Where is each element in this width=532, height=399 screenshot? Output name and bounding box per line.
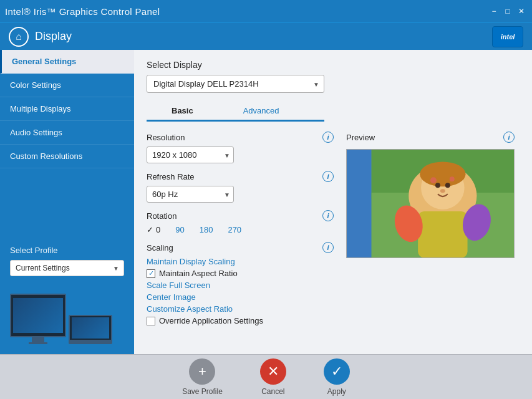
sidebar: General Settings Color Settings Multiple… xyxy=(0,50,134,354)
resolution-section: Resolution i 1920 x 1080 1280 x 1024 102… xyxy=(147,132,334,163)
scaling-info-icon[interactable]: i xyxy=(322,242,334,253)
sidebar-item-custom-resolutions[interactable]: Custom Resolutions xyxy=(0,145,134,168)
laptop-display-icon xyxy=(69,315,112,344)
home-icon[interactable]: ⌂ xyxy=(9,27,29,47)
save-profile-button[interactable]: + Save Profile xyxy=(182,358,223,396)
display-select[interactable]: Digital Display DELL P2314H xyxy=(147,75,324,93)
rotation-90[interactable]: 90 xyxy=(175,225,184,234)
select-display-label: Select Display xyxy=(147,60,520,70)
display-select-wrapper: Digital Display DELL P2314H ▼ xyxy=(147,75,324,93)
override-app-label: Override Application Settings xyxy=(159,316,263,325)
content-area: Select Display Digital Display DELL P231… xyxy=(134,50,532,354)
profile-select-wrapper: Current Settings ▼ xyxy=(10,260,124,276)
override-app-checkbox[interactable] xyxy=(147,317,155,325)
resolution-label-row: Resolution i xyxy=(147,132,334,143)
content-columns: Resolution i 1920 x 1080 1280 x 1024 102… xyxy=(147,132,520,333)
sidebar-item-color-settings[interactable]: Color Settings xyxy=(0,74,134,97)
cancel-icon: ✕ xyxy=(260,358,286,385)
rotation-info-icon[interactable]: i xyxy=(322,210,334,221)
rotation-180[interactable]: 180 xyxy=(200,225,213,234)
rotation-label: Rotation xyxy=(147,211,177,221)
restore-button[interactable]: □ xyxy=(502,6,513,17)
sidebar-item-audio-settings[interactable]: Audio Settings xyxy=(0,121,134,145)
scale-full-screen-link[interactable]: Scale Full Screen xyxy=(147,281,334,290)
svg-point-12 xyxy=(440,189,445,193)
refresh-rate-select-wrapper: 60p Hz 30p Hz ▼ xyxy=(147,186,234,203)
cancel-label: Cancel xyxy=(261,387,284,396)
laptop-screen xyxy=(69,315,112,341)
apply-button[interactable]: ✓ Apply xyxy=(324,358,350,396)
preview-image xyxy=(346,149,515,258)
sidebar-bottom: Select Profile Current Settings ▼ xyxy=(0,236,134,286)
preview-svg xyxy=(347,149,514,258)
monitor-base xyxy=(29,342,47,344)
resolution-label: Resolution xyxy=(147,133,185,142)
monitor-display-icon xyxy=(10,294,66,344)
tabs-row: Basic Advanced xyxy=(147,102,324,122)
app-header: ⌂ Display intel xyxy=(0,22,532,50)
rotation-label-row: Rotation i xyxy=(147,210,334,221)
preview-label: Preview xyxy=(346,133,375,142)
maintain-aspect-checkbox[interactable]: ✓ xyxy=(147,269,155,278)
intel-logo: intel xyxy=(492,26,523,47)
refresh-rate-section: Refresh Rate i 60p Hz 30p Hz ▼ xyxy=(147,171,334,203)
sidebar-item-general-settings[interactable]: General Settings xyxy=(0,50,134,74)
minimize-button[interactable]: − xyxy=(488,6,500,17)
title-bar: Intel® Iris™ Graphics Control Panel − □ … xyxy=(0,0,532,22)
resolution-info-icon[interactable]: i xyxy=(322,132,334,143)
refresh-rate-info-icon[interactable]: i xyxy=(322,171,334,182)
laptop-screen-inner xyxy=(72,317,109,339)
svg-rect-1 xyxy=(347,150,372,258)
app-title: Intel® Iris™ Graphics Control Panel xyxy=(5,6,160,17)
scaling-label: Scaling xyxy=(147,243,173,252)
main-layout: General Settings Color Settings Multiple… xyxy=(0,50,532,354)
rotation-270[interactable]: 270 xyxy=(228,225,241,234)
customize-aspect-ratio-link[interactable]: Customize Aspect Ratio xyxy=(147,304,334,314)
save-profile-label: Save Profile xyxy=(182,387,223,396)
section-title: Display xyxy=(35,30,72,43)
apply-label: Apply xyxy=(327,387,346,396)
maintain-display-scaling-link[interactable]: Maintain Display Scaling xyxy=(147,257,334,266)
refresh-rate-select[interactable]: 60p Hz 30p Hz xyxy=(147,186,234,203)
laptop-body xyxy=(69,341,112,344)
monitor-stand xyxy=(32,337,44,342)
save-profile-icon: + xyxy=(189,358,215,385)
select-profile-label: Select Profile xyxy=(10,246,124,255)
refresh-rate-label: Refresh Rate xyxy=(147,172,195,181)
right-panel: Preview i xyxy=(346,132,515,333)
profile-select[interactable]: Current Settings xyxy=(10,260,124,276)
tab-advanced[interactable]: Advanced xyxy=(218,102,304,122)
sidebar-item-multiple-displays[interactable]: Multiple Displays xyxy=(0,97,134,121)
svg-rect-7 xyxy=(418,211,467,257)
svg-point-10 xyxy=(435,183,440,188)
footer: + Save Profile ✕ Cancel ✓ Apply xyxy=(0,354,532,399)
rotation-options: ✓ 0 90 180 270 xyxy=(147,225,334,234)
cancel-button[interactable]: ✕ Cancel xyxy=(260,358,286,396)
header-left: ⌂ Display xyxy=(9,27,72,47)
resolution-select[interactable]: 1920 x 1080 1280 x 1024 1024 x 768 xyxy=(147,147,234,163)
svg-point-14 xyxy=(450,176,455,181)
preview-label-row: Preview i xyxy=(346,132,515,143)
apply-icon: ✓ xyxy=(324,358,350,385)
maintain-aspect-label: Maintain Aspect Ratio xyxy=(159,269,238,278)
monitor-large-icon xyxy=(10,294,66,337)
scaling-label-row: Scaling i xyxy=(147,242,334,253)
rotation-0[interactable]: ✓ 0 xyxy=(147,225,160,234)
left-panel: Resolution i 1920 x 1080 1280 x 1024 102… xyxy=(147,132,334,333)
override-app-row: Override Application Settings xyxy=(147,316,334,325)
resolution-select-wrapper: 1920 x 1080 1280 x 1024 1024 x 768 ▼ xyxy=(147,147,234,163)
monitor-preview xyxy=(0,286,134,354)
window-controls: − □ ✕ xyxy=(488,6,527,17)
svg-point-11 xyxy=(445,183,450,188)
close-button[interactable]: ✕ xyxy=(516,6,527,17)
monitor-screen xyxy=(13,298,63,333)
tab-basic[interactable]: Basic xyxy=(147,102,218,122)
refresh-rate-label-row: Refresh Rate i xyxy=(147,171,334,182)
center-image-link[interactable]: Center Image xyxy=(147,292,334,302)
maintain-aspect-row: ✓ Maintain Aspect Ratio xyxy=(147,269,334,278)
svg-point-6 xyxy=(420,162,465,187)
svg-point-13 xyxy=(430,177,437,183)
scaling-section: Scaling i Maintain Display Scaling ✓ Mai… xyxy=(147,242,334,325)
rotation-section: Rotation i ✓ 0 90 180 xyxy=(147,210,334,234)
preview-info-icon[interactable]: i xyxy=(503,132,515,143)
